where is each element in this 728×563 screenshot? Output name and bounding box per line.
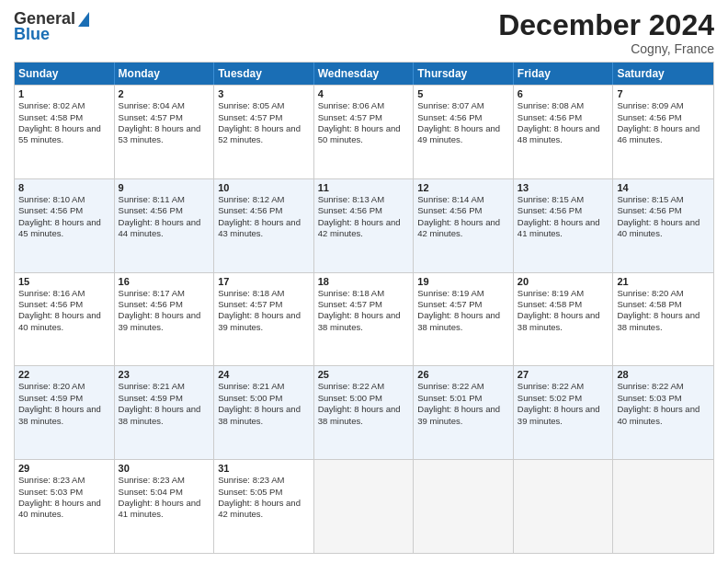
day-number: 7: [617, 88, 710, 99]
sunset-text: Sunset: 4:56 PM: [119, 205, 210, 216]
daylight-text: Daylight: 8 hours and 41 minutes.: [518, 217, 609, 240]
sunrise-text: Sunrise: 8:18 AM: [318, 288, 410, 299]
day-number: 16: [119, 276, 210, 287]
sunset-text: Sunset: 5:01 PM: [417, 393, 509, 404]
calendar-body: 1Sunrise: 8:02 AMSunset: 4:58 PMDaylight…: [15, 85, 713, 553]
daylight-text: Daylight: 8 hours and 38 minutes.: [18, 404, 110, 427]
sunset-text: Sunset: 5:03 PM: [617, 393, 710, 404]
sunrise-text: Sunrise: 8:22 AM: [318, 381, 410, 392]
daylight-text: Daylight: 8 hours and 38 minutes.: [218, 404, 310, 427]
calendar-cell: 7Sunrise: 8:09 AMSunset: 4:56 PMDaylight…: [613, 86, 713, 178]
sunrise-text: Sunrise: 8:23 AM: [119, 475, 210, 486]
sunset-text: Sunset: 4:57 PM: [119, 112, 210, 123]
day-number: 14: [617, 182, 710, 193]
sunrise-text: Sunrise: 8:11 AM: [119, 194, 210, 205]
weekday-monday: Monday: [115, 63, 215, 85]
day-number: 30: [119, 463, 210, 474]
day-number: 31: [218, 463, 310, 474]
weekday-tuesday: Tuesday: [214, 63, 314, 85]
sunrise-text: Sunrise: 8:17 AM: [119, 288, 210, 299]
calendar-week-4: 22Sunrise: 8:20 AMSunset: 4:59 PMDayligh…: [15, 365, 713, 459]
sunset-text: Sunset: 4:56 PM: [119, 299, 210, 310]
sunset-text: Sunset: 4:56 PM: [218, 205, 310, 216]
sunrise-text: Sunrise: 8:22 AM: [617, 381, 710, 392]
weekday-saturday: Saturday: [613, 63, 713, 85]
daylight-text: Daylight: 8 hours and 42 minutes.: [417, 217, 509, 240]
sunrise-text: Sunrise: 8:12 AM: [218, 194, 310, 205]
sunrise-text: Sunrise: 8:10 AM: [18, 194, 110, 205]
day-number: 28: [617, 369, 710, 380]
sunrise-text: Sunrise: 8:08 AM: [518, 100, 609, 111]
calendar-cell: 1Sunrise: 8:02 AMSunset: 4:58 PMDaylight…: [15, 86, 115, 178]
sunset-text: Sunset: 4:59 PM: [18, 393, 110, 404]
sunset-text: Sunset: 4:56 PM: [18, 205, 110, 216]
calendar-cell: 2Sunrise: 8:04 AMSunset: 4:57 PMDaylight…: [115, 86, 215, 178]
day-number: 27: [518, 369, 609, 380]
daylight-text: Daylight: 8 hours and 49 minutes.: [417, 123, 509, 146]
calendar-week-1: 1Sunrise: 8:02 AMSunset: 4:58 PMDaylight…: [15, 85, 713, 178]
sunset-text: Sunset: 4:56 PM: [518, 112, 609, 123]
day-number: 21: [617, 276, 710, 287]
day-number: 4: [318, 88, 410, 99]
sunrise-text: Sunrise: 8:19 AM: [417, 288, 509, 299]
sunset-text: Sunset: 4:56 PM: [417, 112, 509, 123]
daylight-text: Daylight: 8 hours and 38 minutes.: [417, 310, 509, 333]
daylight-text: Daylight: 8 hours and 42 minutes.: [218, 498, 310, 521]
day-number: 6: [518, 88, 609, 99]
calendar-cell: 18Sunrise: 8:18 AMSunset: 4:57 PMDayligh…: [314, 273, 415, 366]
sunset-text: Sunset: 4:56 PM: [18, 299, 110, 310]
calendar-cell: 6Sunrise: 8:08 AMSunset: 4:56 PMDaylight…: [514, 86, 614, 178]
daylight-text: Daylight: 8 hours and 38 minutes.: [119, 404, 210, 427]
daylight-text: Daylight: 8 hours and 39 minutes.: [518, 404, 609, 427]
daylight-text: Daylight: 8 hours and 39 minutes.: [119, 310, 210, 333]
calendar-cell: 13Sunrise: 8:15 AMSunset: 4:56 PMDayligh…: [514, 179, 614, 272]
daylight-text: Daylight: 8 hours and 41 minutes.: [119, 498, 210, 521]
calendar-cell: 31Sunrise: 8:23 AMSunset: 5:05 PMDayligh…: [214, 460, 314, 553]
weekday-wednesday: Wednesday: [314, 63, 415, 85]
sunset-text: Sunset: 4:57 PM: [318, 112, 410, 123]
calendar-cell: 27Sunrise: 8:22 AMSunset: 5:02 PMDayligh…: [514, 366, 614, 459]
sunset-text: Sunset: 4:56 PM: [518, 205, 609, 216]
sunset-text: Sunset: 4:57 PM: [417, 299, 509, 310]
sunrise-text: Sunrise: 8:18 AM: [218, 288, 310, 299]
sunset-text: Sunset: 4:58 PM: [617, 299, 710, 310]
day-number: 11: [318, 182, 410, 193]
page: General Blue December 2024 Cogny, France…: [0, 0, 728, 563]
weekday-sunday: Sunday: [15, 63, 115, 85]
sunrise-text: Sunrise: 8:06 AM: [318, 100, 410, 111]
sunset-text: Sunset: 5:05 PM: [218, 487, 310, 498]
calendar-cell: 29Sunrise: 8:23 AMSunset: 5:03 PMDayligh…: [15, 460, 115, 553]
sunset-text: Sunset: 5:04 PM: [119, 487, 210, 498]
calendar-cell: 28Sunrise: 8:22 AMSunset: 5:03 PMDayligh…: [613, 366, 713, 459]
calendar-cell: 14Sunrise: 8:15 AMSunset: 4:56 PMDayligh…: [613, 179, 713, 272]
sunset-text: Sunset: 4:59 PM: [119, 393, 210, 404]
calendar-cell: [314, 460, 415, 553]
day-number: 25: [318, 369, 410, 380]
day-number: 12: [417, 182, 509, 193]
sunrise-text: Sunrise: 8:19 AM: [518, 288, 609, 299]
calendar-cell: 26Sunrise: 8:22 AMSunset: 5:01 PMDayligh…: [414, 366, 514, 459]
daylight-text: Daylight: 8 hours and 50 minutes.: [318, 123, 410, 146]
sunrise-text: Sunrise: 8:09 AM: [617, 100, 710, 111]
day-number: 3: [218, 88, 310, 99]
daylight-text: Daylight: 8 hours and 40 minutes.: [617, 217, 710, 240]
calendar: Sunday Monday Tuesday Wednesday Thursday…: [14, 62, 714, 554]
day-number: 22: [18, 369, 110, 380]
daylight-text: Daylight: 8 hours and 40 minutes.: [617, 404, 710, 427]
sunset-text: Sunset: 4:57 PM: [218, 299, 310, 310]
daylight-text: Daylight: 8 hours and 38 minutes.: [518, 310, 609, 333]
calendar-header: Sunday Monday Tuesday Wednesday Thursday…: [15, 63, 713, 85]
calendar-cell: 23Sunrise: 8:21 AMSunset: 4:59 PMDayligh…: [115, 366, 215, 459]
sunrise-text: Sunrise: 8:13 AM: [318, 194, 410, 205]
logo: General Blue: [14, 9, 89, 44]
day-number: 2: [119, 88, 210, 99]
weekday-friday: Friday: [514, 63, 614, 85]
daylight-text: Daylight: 8 hours and 39 minutes.: [218, 310, 310, 333]
day-number: 5: [417, 88, 509, 99]
sunrise-text: Sunrise: 8:04 AM: [119, 100, 210, 111]
calendar-cell: 25Sunrise: 8:22 AMSunset: 5:00 PMDayligh…: [314, 366, 415, 459]
calendar-cell: [514, 460, 614, 553]
daylight-text: Daylight: 8 hours and 45 minutes.: [18, 217, 110, 240]
day-number: 24: [218, 369, 310, 380]
header: General Blue December 2024 Cogny, France: [14, 9, 714, 56]
